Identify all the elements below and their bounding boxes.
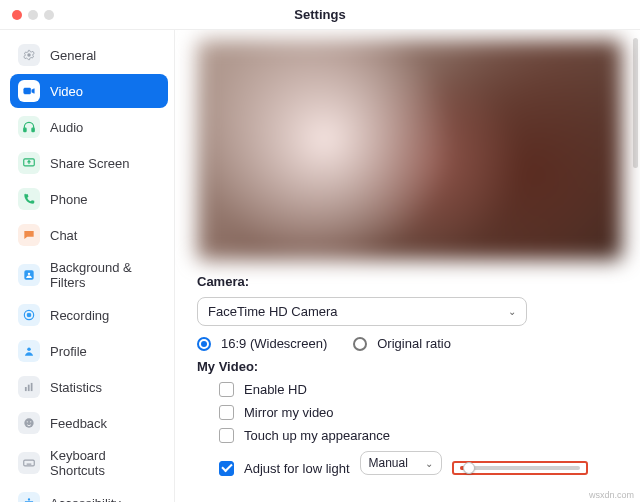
sidebar-item-label: Audio [50,120,83,135]
maximize-icon[interactable] [44,10,54,20]
sidebar-item-label: Chat [50,228,77,243]
svg-rect-16 [24,460,35,466]
sidebar-item-label: Statistics [50,380,102,395]
video-preview [197,40,622,260]
mirror-video-label: Mirror my video [244,405,334,420]
chat-icon [18,224,40,246]
sidebar-item-statistics[interactable]: Statistics [10,370,168,404]
chevron-down-icon: ⌄ [508,306,516,317]
phone-icon [18,188,40,210]
svg-rect-12 [31,383,33,391]
myvideo-section-label: My Video: [197,359,622,374]
stats-icon [18,376,40,398]
svg-rect-10 [25,387,27,391]
sidebar-item-label: Background & Filters [50,260,160,290]
svg-point-8 [27,313,31,317]
camera-select[interactable]: FaceTime HD Camera ⌄ [197,297,527,326]
svg-rect-11 [28,385,30,391]
enable-hd-label: Enable HD [244,382,307,397]
sidebar-item-label: Phone [50,192,88,207]
slider-thumb[interactable] [463,462,475,474]
sidebar-item-background-filters[interactable]: Background & Filters [10,254,168,296]
feedback-icon [18,412,40,434]
svg-rect-3 [32,128,34,132]
sidebar-item-label: Video [50,84,83,99]
minimize-icon[interactable] [28,10,38,20]
aspect-widescreen-radio[interactable] [197,337,211,351]
touch-up-label: Touch up my appearance [244,428,390,443]
mirror-video-checkbox[interactable] [219,405,234,420]
sidebar-item-phone[interactable]: Phone [10,182,168,216]
sidebar-item-label: Feedback [50,416,107,431]
svg-point-0 [27,53,31,57]
sidebar-item-label: Profile [50,344,87,359]
svg-point-14 [27,421,28,422]
accessibility-icon [18,492,40,502]
background-icon [18,264,40,286]
low-light-mode-select[interactable]: Manual ⌄ [360,451,442,475]
keyboard-icon [18,452,40,474]
sidebar-item-general[interactable]: General [10,38,168,72]
sidebar-item-chat[interactable]: Chat [10,218,168,252]
profile-icon [18,340,40,362]
sidebar-item-label: General [50,48,96,63]
chevron-down-icon: ⌄ [425,458,433,469]
sidebar: General Video Audio Share Screen Phone [0,30,175,502]
low-light-slider-highlight [452,461,588,475]
sidebar-item-label: Share Screen [50,156,130,171]
svg-point-9 [27,348,31,352]
titlebar: Settings [0,0,640,30]
gear-icon [18,44,40,66]
low-light-checkbox[interactable] [219,461,234,476]
camera-section-label: Camera: [197,274,622,289]
sidebar-item-profile[interactable]: Profile [10,334,168,368]
svg-point-17 [28,498,30,500]
window-controls[interactable] [12,10,54,20]
sidebar-item-accessibility[interactable]: Accessibility [10,486,168,502]
svg-rect-1 [24,88,31,94]
close-icon[interactable] [12,10,22,20]
share-screen-icon [18,152,40,174]
svg-point-15 [30,421,31,422]
sidebar-item-video[interactable]: Video [10,74,168,108]
aspect-original-radio[interactable] [353,337,367,351]
camera-select-value: FaceTime HD Camera [208,304,338,319]
touch-up-checkbox[interactable] [219,428,234,443]
sidebar-item-recording[interactable]: Recording [10,298,168,332]
low-light-mode-value: Manual [369,456,408,470]
svg-point-13 [24,418,33,427]
sidebar-item-audio[interactable]: Audio [10,110,168,144]
aspect-original-label: Original ratio [377,336,451,351]
low-light-label: Adjust for low light [244,461,350,476]
video-icon [18,80,40,102]
content-pane: Camera: FaceTime HD Camera ⌄ 16:9 (Wides… [175,30,640,502]
enable-hd-checkbox[interactable] [219,382,234,397]
sidebar-item-label: Keyboard Shortcuts [50,448,160,478]
headphones-icon [18,116,40,138]
record-icon [18,304,40,326]
low-light-slider[interactable] [460,466,580,470]
watermark: wsxdn.com [589,490,634,500]
sidebar-item-keyboard-shortcuts[interactable]: Keyboard Shortcuts [10,442,168,484]
scrollbar[interactable] [633,38,638,168]
window-title: Settings [294,7,345,22]
sidebar-item-label: Recording [50,308,109,323]
sidebar-item-feedback[interactable]: Feedback [10,406,168,440]
svg-rect-2 [24,128,26,132]
sidebar-item-label: Accessibility [50,496,121,503]
svg-point-6 [28,273,30,275]
sidebar-item-share-screen[interactable]: Share Screen [10,146,168,180]
aspect-widescreen-label: 16:9 (Widescreen) [221,336,327,351]
